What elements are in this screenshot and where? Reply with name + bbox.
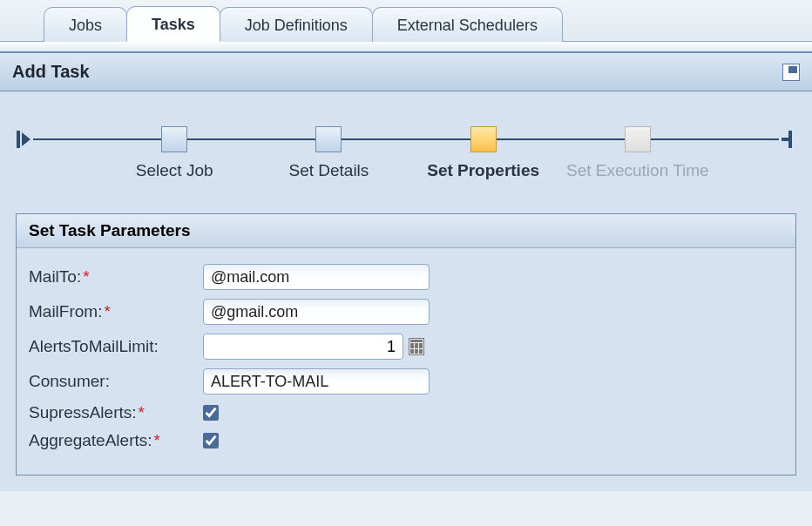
required-asterisk: * xyxy=(104,302,110,320)
required-asterisk: * xyxy=(139,403,145,421)
wizard-box-icon xyxy=(625,126,651,152)
label-text: AggregateAlerts: xyxy=(29,431,152,449)
wizard-label: Set Execution Time xyxy=(566,161,709,180)
consumer-label: Consumer: xyxy=(29,372,203,391)
wizard-line xyxy=(33,138,161,140)
wizard-label: Set Details xyxy=(288,161,369,180)
wizard-roadmap: Select Job Set Details Set Properties Se… xyxy=(0,91,812,213)
panel-title-bar: Add Task xyxy=(0,52,812,91)
wizard-box-icon xyxy=(470,126,497,152)
tab-job-definitions[interactable]: Job Definitions xyxy=(220,7,373,42)
aggregate-alerts-checkbox[interactable] xyxy=(203,433,219,448)
wizard-line xyxy=(651,138,779,140)
wizard-label: Select Job xyxy=(136,161,213,180)
label-text: MailFrom: xyxy=(29,302,102,320)
mailfrom-label: MailFrom:* xyxy=(29,302,203,321)
field-consumer: Consumer: xyxy=(29,368,783,394)
field-supress-alerts: SupressAlerts:* xyxy=(29,403,783,422)
wizard-step-set-properties[interactable]: Set Properties xyxy=(470,126,497,152)
tab-tasks[interactable]: Tasks xyxy=(126,6,220,42)
card-header: Set Task Parameters xyxy=(17,214,795,248)
wizard-step-select-job[interactable]: Select Job xyxy=(161,126,187,152)
svg-rect-0 xyxy=(17,131,20,148)
page-title: Add Task xyxy=(12,62,90,82)
label-text: SupressAlerts: xyxy=(29,403,137,421)
field-mailto: MailTo:* xyxy=(29,264,783,290)
wizard-line xyxy=(497,138,625,140)
wizard-end-icon xyxy=(779,131,796,148)
collapse-icon[interactable] xyxy=(782,64,800,81)
field-mailfrom: MailFrom:* xyxy=(29,299,783,325)
required-asterisk: * xyxy=(83,267,89,286)
wizard-line xyxy=(187,138,315,140)
consumer-input[interactable] xyxy=(203,368,430,394)
tab-external-schedulers[interactable]: External Schedulers xyxy=(372,7,563,42)
wizard-label: Set Properties xyxy=(427,161,539,180)
required-asterisk: * xyxy=(154,431,160,449)
supress-alerts-label: SupressAlerts:* xyxy=(29,403,203,422)
wizard-step-set-execution-time[interactable]: Set Execution Time xyxy=(625,126,651,152)
svg-marker-1 xyxy=(22,132,30,146)
tab-strip: Jobs Tasks Job Definitions External Sche… xyxy=(0,0,812,42)
sub-bar xyxy=(0,42,812,52)
wizard-box-icon xyxy=(161,126,187,152)
field-aggregate-alerts: AggregateAlerts:* xyxy=(29,431,783,450)
task-parameters-card: Set Task Parameters MailTo:* MailFrom:* … xyxy=(16,213,796,475)
wizard-line xyxy=(342,138,470,140)
mailto-label: MailTo:* xyxy=(29,267,203,287)
wizard-box-icon xyxy=(315,126,342,152)
svg-rect-3 xyxy=(782,138,790,141)
supress-alerts-checkbox[interactable] xyxy=(203,405,219,421)
field-alerts-limit: AlertsToMailLimit: xyxy=(29,334,783,360)
alerts-limit-input[interactable] xyxy=(203,334,403,360)
tab-jobs[interactable]: Jobs xyxy=(44,7,127,42)
wizard-step-set-details[interactable]: Set Details xyxy=(315,126,342,152)
aggregate-alerts-label: AggregateAlerts:* xyxy=(29,431,203,450)
calculator-icon[interactable] xyxy=(409,338,424,355)
wizard-start-icon xyxy=(16,131,33,148)
mailfrom-input[interactable] xyxy=(203,299,430,325)
mailto-input[interactable] xyxy=(203,264,430,290)
alerts-limit-label: AlertsToMailLimit: xyxy=(29,337,203,356)
label-text: MailTo: xyxy=(29,267,81,286)
